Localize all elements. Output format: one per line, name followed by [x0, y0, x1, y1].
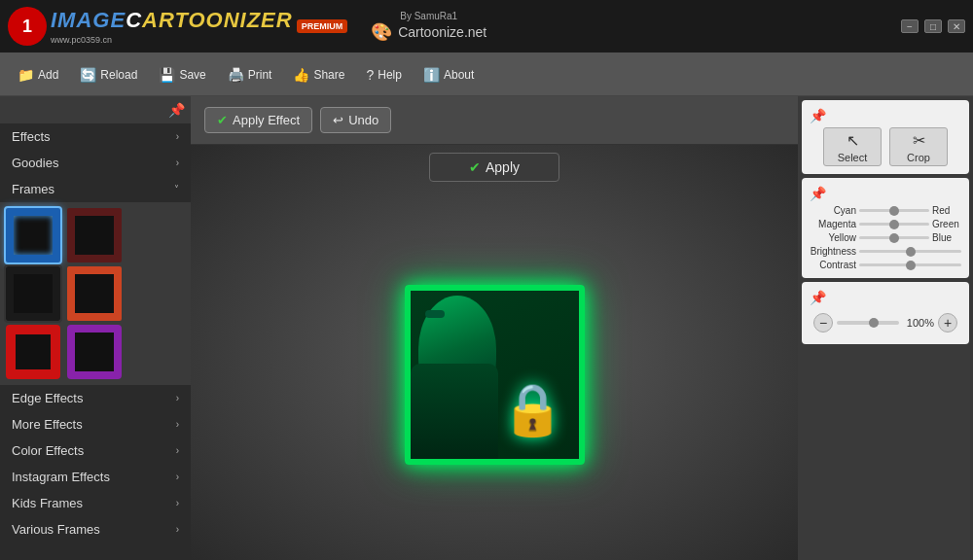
premium-badge: PREMIUM [297, 19, 348, 33]
chevron-icon: › [176, 419, 179, 430]
sidebar-item-various-frames[interactable]: Various Frames › [0, 516, 191, 542]
about-button[interactable]: ℹ️ About [415, 63, 482, 87]
canvas-top: ✔ Apply [191, 145, 798, 190]
sidebar-item-effects[interactable]: Effects › [0, 123, 191, 150]
reload-button[interactable]: 🔄 Reload [72, 63, 145, 87]
select-crop-card: 📌 ↖ Select ✂ Crop [802, 100, 969, 174]
image-container: 🔒 [405, 285, 585, 465]
lock-icon: 🔒 [501, 380, 564, 439]
sidebar-bottom: Edge Effects › More Effects › Color Effe… [0, 385, 191, 560]
cursor-icon: ↖ [847, 131, 859, 150]
magenta-green-row: Magenta Green [810, 219, 961, 229]
sidebar-item-more-effects[interactable]: More Effects › [0, 411, 191, 438]
frame-item-blue[interactable] [6, 208, 60, 262]
magenta-slider-thumb[interactable] [889, 220, 899, 229]
pin-icon[interactable]: 📌 [168, 102, 185, 118]
cyan-slider-track [859, 209, 929, 212]
cartoonize-net: 🎨 Cartoonize.net [371, 21, 486, 43]
logo-text: IMAGECARTOONIZER [51, 8, 293, 33]
sidebar-item-frames[interactable]: Frames ˅ [0, 176, 191, 202]
undo-icon: ↩ [333, 113, 343, 127]
contrast-row: Contrast [810, 260, 961, 270]
sidebar-item-kids-frames[interactable]: Kids Frames › [0, 490, 191, 516]
chevron-icon: ˅ [174, 184, 179, 194]
zoom-panel-pin: 📌 [810, 290, 961, 305]
zoom-in-button[interactable]: + [938, 313, 957, 332]
crop-icon: ✂ [913, 131, 925, 150]
panel-pin: 📌 [810, 108, 961, 123]
add-button[interactable]: 📁 Add [10, 63, 66, 87]
person-body [411, 364, 498, 465]
maximize-button[interactable]: □ [924, 19, 942, 33]
sidebar-item-goodies[interactable]: Goodies › [0, 150, 191, 176]
apply-effect-button[interactable]: ✔ Apply Effect [204, 107, 312, 133]
canvas-content: 🔒 [191, 190, 798, 560]
logo-text-block: IMAGECARTOONIZER www.pc0359.cn [51, 8, 293, 45]
contrast-slider-track [859, 263, 961, 266]
about-icon: ℹ️ [423, 67, 440, 83]
logo-area: 1 IMAGECARTOONIZER www.pc0359.cn PREMIUM… [8, 7, 486, 46]
apply-button[interactable]: ✔ Apply [429, 153, 559, 182]
frame-item-empty [127, 208, 182, 262]
zoom-thumb[interactable] [869, 318, 879, 328]
share-button[interactable]: 👍 Share [285, 63, 352, 87]
red-label: Red [932, 205, 961, 216]
sidebar-item-edge-effects[interactable]: Edge Effects › [0, 385, 191, 411]
chevron-icon: › [176, 158, 179, 168]
action-bar: ✔ Apply Effect ↩ Undo [191, 96, 798, 145]
title-bar: 1 IMAGECARTOONIZER www.pc0359.cn PREMIUM… [0, 0, 973, 53]
minimize-button[interactable]: − [901, 19, 919, 33]
contrast-slider-thumb[interactable] [906, 261, 916, 270]
add-icon: 📁 [18, 67, 34, 83]
print-button[interactable]: 🖨️ Print [220, 63, 280, 87]
app-icon: 1 [8, 7, 47, 46]
frame-item-empty2 [127, 266, 182, 321]
crop-button[interactable]: ✂ Crop [889, 127, 948, 166]
undo-button[interactable]: ↩ Undo [320, 107, 391, 133]
panel-pin-icon[interactable]: 📌 [810, 108, 826, 123]
print-icon: 🖨️ [228, 67, 244, 83]
frame-item-black[interactable] [6, 266, 60, 321]
select-button[interactable]: ↖ Select [823, 127, 882, 166]
frame-item-red[interactable] [6, 325, 60, 379]
cyan-label: Cyan [810, 205, 856, 216]
checkmark-icon: ✔ [217, 113, 228, 127]
logo-subtitle: www.pc0359.cn [51, 35, 293, 45]
yellow-label: Yellow [810, 232, 856, 243]
yellow-blue-row: Yellow Blue [810, 232, 961, 243]
chevron-icon: › [176, 472, 179, 482]
color-pin-icon[interactable]: 📌 [810, 186, 826, 201]
sidebar-item-instagram-effects[interactable]: Instagram Effects › [0, 464, 191, 490]
zoom-pin-icon[interactable]: 📌 [810, 290, 826, 305]
yellow-slider-track [859, 236, 929, 239]
help-button[interactable]: ? Help [358, 63, 409, 87]
person-feature [425, 310, 445, 318]
brightness-label: Brightness [810, 246, 856, 257]
close-button[interactable]: ✕ [948, 19, 965, 33]
brightness-slider-thumb[interactable] [906, 247, 916, 257]
help-icon: ? [366, 67, 374, 83]
sidebar-item-color-effects[interactable]: Color Effects › [0, 438, 191, 464]
center-panel: ✔ Apply Effect ↩ Undo ✔ Apply [191, 96, 798, 560]
yellow-slider-thumb[interactable] [889, 233, 899, 243]
frame-item-orange[interactable] [67, 266, 122, 321]
chevron-icon: › [176, 498, 179, 508]
frame-item-purple[interactable] [67, 325, 122, 379]
by-text: By SamuRa1 [400, 11, 457, 21]
cyan-slider-thumb[interactable] [889, 206, 899, 216]
contrast-label: Contrast [810, 260, 856, 270]
frame-item-dark-red[interactable] [67, 208, 122, 262]
chevron-icon: › [176, 524, 179, 535]
zoom-track [837, 321, 899, 325]
frames-grid [0, 202, 191, 385]
zoom-card: 📌 − 100% + [802, 282, 969, 344]
toolbar: 📁 Add 🔄 Reload 💾 Save 🖨️ Print 👍 Share ?… [0, 53, 973, 96]
brightness-row: Brightness [810, 246, 961, 257]
share-icon: 👍 [293, 67, 309, 83]
green-label: Green [932, 219, 961, 229]
zoom-out-button[interactable]: − [813, 313, 833, 332]
sidebar-header: 📌 [0, 96, 191, 123]
save-button[interactable]: 💾 Save [151, 63, 213, 87]
chevron-icon: › [176, 131, 179, 142]
cyan-red-row: Cyan Red [810, 205, 961, 216]
